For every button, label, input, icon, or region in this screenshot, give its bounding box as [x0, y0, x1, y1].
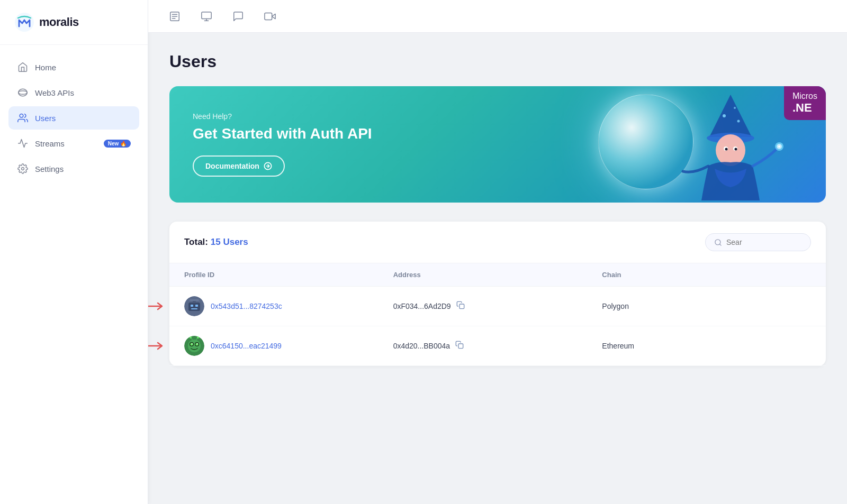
svg-rect-11	[265, 13, 272, 20]
moralis-logo-icon	[15, 13, 34, 32]
banner-illustration	[651, 89, 810, 203]
svg-point-48	[190, 336, 192, 338]
web3-icon	[17, 87, 29, 98]
svg-point-3	[22, 168, 24, 170]
sidebar-item-settings[interactable]: Settings	[8, 157, 139, 180]
sidebar-logo: moralis	[0, 0, 148, 45]
svg-rect-8	[202, 12, 211, 19]
total-count: 15	[211, 237, 221, 247]
svg-point-46	[197, 343, 198, 344]
documentation-button[interactable]: Documentation	[193, 155, 285, 177]
address-text-2: 0x4d20...BB004a	[393, 342, 450, 350]
svg-rect-37	[459, 304, 464, 309]
copy-icon-1[interactable]	[455, 300, 466, 313]
profile-id-2[interactable]: 0xc64150...eac21499	[211, 342, 282, 350]
profile-cell-1: 0x543d51...8274253c	[184, 296, 393, 316]
users-table-section: Total: 15 Users Profile ID Address C	[169, 222, 826, 366]
table-rows: 0x543d51...8274253c 0xF034...6Ad2D9 Poly…	[169, 287, 826, 366]
svg-point-45	[192, 343, 193, 344]
svg-point-1	[19, 91, 28, 95]
col-profile-id: Profile ID	[184, 271, 393, 279]
avatar-2	[184, 336, 204, 356]
settings-label: Settings	[35, 164, 64, 173]
chain-text-1: Polygon	[602, 302, 629, 310]
svg-rect-51	[458, 344, 463, 349]
arrow-right-icon-2	[148, 341, 165, 351]
col-chain: Chain	[602, 271, 811, 279]
search-icon	[714, 239, 722, 246]
arrow-right-icon-1	[148, 301, 165, 311]
svg-point-15	[734, 107, 736, 109]
topbar-document-icon[interactable]	[165, 7, 184, 26]
sidebar-nav: Home Web3 APIs Users	[0, 45, 148, 191]
sidebar-item-home[interactable]: Home	[8, 56, 139, 79]
svg-point-0	[15, 13, 34, 32]
address-text-1: 0xF034...6Ad2D9	[393, 302, 451, 310]
sidebar-item-streams[interactable]: Streams New 🔥	[8, 132, 139, 155]
svg-point-44	[196, 343, 199, 346]
users-icon	[17, 112, 29, 124]
svg-line-28	[719, 244, 721, 245]
topbar-chat-icon[interactable]	[229, 7, 248, 26]
sidebar-item-web3apis[interactable]: Web3 APIs	[8, 81, 139, 104]
users-label: Users	[35, 114, 56, 123]
svg-rect-33	[195, 305, 198, 307]
table-row[interactable]: 0x543d51...8274253c 0xF034...6Ad2D9 Poly…	[169, 287, 826, 326]
users-count: Total: 15 Users	[184, 237, 248, 248]
profile-cell-2: 0xc64150...eac21499	[184, 336, 393, 356]
col-address: Address	[393, 271, 602, 279]
search-input[interactable]	[726, 238, 802, 246]
new-badge: New 🔥	[104, 140, 131, 148]
wizard-svg	[651, 89, 810, 200]
svg-point-43	[191, 343, 193, 346]
chain-cell-2: Ethereum	[602, 341, 811, 351]
svg-rect-34	[191, 308, 197, 309]
svg-point-24	[778, 145, 780, 148]
profile-id-1[interactable]: 0x543d51...8274253c	[211, 302, 282, 310]
users-table-header: Total: 15 Users	[169, 222, 826, 263]
streams-icon	[17, 138, 29, 149]
documentation-label: Documentation	[205, 162, 259, 170]
chain-text-2: Ethereum	[602, 342, 634, 350]
topbar	[148, 0, 847, 33]
svg-rect-36	[190, 299, 199, 301]
auth-api-banner: Micros .NE	[169, 86, 826, 203]
arrow-right-icon	[264, 162, 272, 170]
svg-rect-31	[188, 303, 200, 311]
row-arrow-2	[148, 341, 165, 351]
sidebar-item-users[interactable]: Users	[8, 106, 139, 130]
topbar-monitor-icon[interactable]	[197, 7, 216, 26]
streams-badge: New 🔥	[104, 140, 131, 148]
search-box[interactable]	[705, 233, 811, 251]
table-column-headers: Profile ID Address Chain	[169, 263, 826, 287]
streams-label: Streams	[35, 139, 65, 148]
svg-point-40	[188, 340, 201, 352]
svg-point-2	[20, 114, 23, 118]
total-label: Total:	[184, 237, 208, 247]
home-icon	[17, 61, 29, 73]
topbar-camera-icon[interactable]	[260, 7, 280, 26]
svg-rect-32	[191, 305, 193, 307]
total-users-suffix: Users	[223, 237, 248, 247]
address-cell-1: 0xF034...6Ad2D9	[393, 300, 602, 313]
svg-point-14	[723, 114, 726, 117]
svg-point-17	[716, 134, 745, 166]
table-row[interactable]: 0xc64150...eac21499 0x4d20...BB004a Ethe…	[169, 326, 826, 366]
svg-point-50	[197, 336, 199, 338]
avatar-1	[184, 296, 204, 316]
svg-marker-12	[709, 95, 752, 137]
svg-point-21	[735, 148, 737, 151]
page-title: Users	[169, 52, 826, 71]
svg-point-20	[725, 148, 728, 151]
main-content: Users Micros .NE	[148, 0, 847, 504]
settings-icon	[17, 163, 29, 175]
sidebar: moralis Home Web3 APIs	[0, 0, 148, 504]
chain-cell-1: Polygon	[602, 301, 811, 311]
web3apis-label: Web3 APIs	[35, 88, 74, 97]
app-name: moralis	[39, 15, 79, 29]
svg-point-16	[737, 120, 740, 123]
row-arrow-1	[148, 301, 165, 311]
address-cell-2: 0x4d20...BB004a	[393, 340, 602, 352]
home-label: Home	[35, 63, 56, 72]
copy-icon-2[interactable]	[454, 340, 465, 352]
